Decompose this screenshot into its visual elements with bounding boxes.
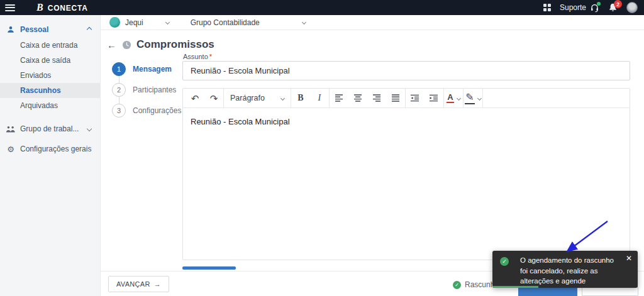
step-label: Participantes bbox=[133, 85, 176, 94]
toast-progress-bar bbox=[492, 286, 538, 288]
editor-scrollbar-thumb[interactable] bbox=[182, 266, 236, 270]
toolbar-separator bbox=[405, 89, 406, 108]
sidebar-item-label: Caixa de entrada bbox=[20, 41, 77, 50]
step-configuracoes[interactable]: 3 Configurações bbox=[112, 103, 181, 118]
person-icon bbox=[5, 25, 16, 34]
step-label: Mensagem bbox=[133, 65, 172, 74]
toolbar-separator bbox=[482, 89, 483, 108]
sidebar-item-rascunhos[interactable]: Rascunhos bbox=[0, 83, 100, 98]
sidebar: Pessoal Caixa de entrada Caixa de saída … bbox=[0, 15, 101, 296]
step-number[interactable]: 1 bbox=[112, 62, 126, 76]
notification-badge: 2 bbox=[614, 0, 622, 8]
redo-button[interactable]: ↷ bbox=[206, 90, 222, 106]
subject-input[interactable] bbox=[182, 61, 630, 80]
user-context-avatar bbox=[109, 17, 120, 28]
page-title: Compromissos bbox=[136, 38, 214, 51]
brand-name: CONECTA bbox=[48, 4, 88, 13]
group-context-dropdown[interactable]: Grupo Contabilidade bbox=[191, 18, 260, 27]
indent-button[interactable] bbox=[426, 90, 442, 106]
user-context-dropdown[interactable]: Jequi bbox=[109, 17, 169, 28]
check-circle-icon: ✓ bbox=[453, 281, 461, 289]
italic-button[interactable]: I bbox=[311, 90, 328, 106]
group-context-name: Grupo Contabilidade bbox=[191, 18, 260, 27]
rich-text-editor: ↶ ↷ Parágrafo B I bbox=[182, 88, 630, 260]
user-context-name: Jequi bbox=[125, 18, 143, 27]
advance-label: AVANÇAR bbox=[116, 280, 150, 288]
sidebar-item-enviados[interactable]: Enviados bbox=[0, 68, 100, 83]
sidebar-item-caixa-de-saida[interactable]: Caixa de saída bbox=[0, 53, 100, 68]
toolbar-separator bbox=[291, 89, 291, 108]
navbar-actions: Suporte 2 bbox=[543, 2, 644, 13]
step-label: Configurações bbox=[133, 106, 181, 115]
top-navbar: B CONECTA Suporte bbox=[0, 0, 644, 15]
toast-message: O agendamento do rascunho foi cancelado,… bbox=[520, 255, 616, 288]
align-right-button[interactable] bbox=[369, 90, 385, 106]
user-avatar[interactable] bbox=[626, 2, 638, 13]
step-number[interactable]: 3 bbox=[112, 104, 126, 118]
app-window: B CONECTA Suporte bbox=[0, 0, 644, 296]
notifications-button[interactable]: 2 bbox=[608, 3, 618, 13]
secondary-button-clipped[interactable] bbox=[582, 287, 638, 296]
paragraph-style-label: Parágrafo bbox=[230, 94, 265, 102]
back-arrow-icon[interactable]: ← bbox=[107, 40, 116, 50]
sidebar-section-pessoal[interactable]: Pessoal bbox=[0, 21, 100, 38]
toast-notification: ✓ O agendamento do rascunho foi cancelad… bbox=[492, 251, 638, 288]
support-button[interactable]: Suporte bbox=[560, 3, 599, 13]
editor-toolbar: ↶ ↷ Parágrafo B I bbox=[183, 89, 630, 108]
logo-letter: B bbox=[36, 2, 43, 13]
sidebar-item-label: Rascunhos bbox=[20, 86, 61, 95]
step-mensagem[interactable]: 1 Mensagem bbox=[112, 62, 181, 77]
sidebar-section-configuracoes-gerais[interactable]: ⚙ Configurações gerais bbox=[0, 141, 100, 157]
online-status-dot bbox=[597, 2, 601, 6]
chevron-down-icon bbox=[477, 96, 482, 100]
align-justify-button[interactable] bbox=[387, 90, 404, 106]
text-color-button[interactable]: A bbox=[445, 90, 462, 106]
hamburger-menu-icon[interactable] bbox=[5, 4, 15, 11]
align-center-button[interactable] bbox=[350, 90, 366, 106]
toolbar-separator bbox=[443, 89, 444, 108]
editor-content[interactable]: Reunião - Escola Municipal bbox=[183, 108, 630, 135]
step-number[interactable]: 2 bbox=[112, 83, 126, 97]
toolbar-separator bbox=[463, 89, 464, 108]
chevron-down-icon bbox=[87, 126, 92, 131]
close-icon[interactable]: ✕ bbox=[626, 255, 632, 262]
sidebar-item-label: Arquivadas bbox=[20, 101, 58, 110]
draft-status-text: Rascunh bbox=[465, 280, 494, 289]
text-color-glyph: A bbox=[447, 93, 453, 103]
support-label: Suporte bbox=[560, 3, 586, 12]
gear-icon: ⚙ bbox=[5, 145, 16, 153]
paragraph-style-dropdown[interactable]: Parágrafo bbox=[224, 90, 291, 106]
sidebar-section-label: Grupo de trabal... bbox=[20, 124, 79, 133]
apps-grid-icon[interactable] bbox=[543, 4, 551, 11]
sidebar-section-label: Pessoal bbox=[20, 25, 48, 34]
sidebar-section-grupo-de-trabalho[interactable]: Grupo de trabal... bbox=[0, 121, 100, 137]
sidebar-section-label: Configurações gerais bbox=[20, 145, 91, 153]
bold-button[interactable]: B bbox=[292, 90, 309, 106]
draft-status: ✓ Rascunh bbox=[453, 280, 494, 289]
required-marker: * bbox=[209, 53, 212, 60]
subject-label: Assunto* bbox=[183, 53, 212, 60]
sidebar-item-caixa-de-entrada[interactable]: Caixa de entrada bbox=[0, 38, 100, 53]
schedule-button-clipped[interactable] bbox=[518, 287, 577, 296]
sidebar-item-label: Caixa de saída bbox=[20, 56, 70, 65]
success-check-icon: ✓ bbox=[500, 257, 509, 266]
highlight-color-button[interactable]: ✎ bbox=[465, 90, 481, 106]
sidebar-item-label: Enviados bbox=[20, 71, 51, 80]
headset-icon bbox=[590, 3, 599, 13]
subject-label-text: Assunto bbox=[183, 53, 208, 60]
step-participantes[interactable]: 2 Participantes bbox=[112, 82, 181, 97]
chevron-up-icon bbox=[87, 27, 92, 32]
right-arrow-icon: → bbox=[154, 280, 161, 288]
outdent-button[interactable] bbox=[407, 90, 423, 106]
advance-button[interactable]: AVANÇAR → bbox=[108, 276, 169, 292]
align-left-button[interactable] bbox=[331, 90, 347, 106]
app-logo: B CONECTA bbox=[36, 2, 88, 13]
chevron-down-icon bbox=[165, 20, 170, 25]
sidebar-item-arquivadas[interactable]: Arquivadas bbox=[0, 98, 100, 113]
toolbar-separator bbox=[329, 89, 330, 108]
undo-button[interactable]: ↶ bbox=[187, 90, 203, 106]
chevron-down-icon bbox=[457, 96, 461, 100]
people-icon bbox=[5, 125, 16, 133]
highlight-pen-icon: ✎ bbox=[465, 92, 474, 104]
context-bar: Jequi Grupo Contabilidade bbox=[101, 15, 644, 30]
